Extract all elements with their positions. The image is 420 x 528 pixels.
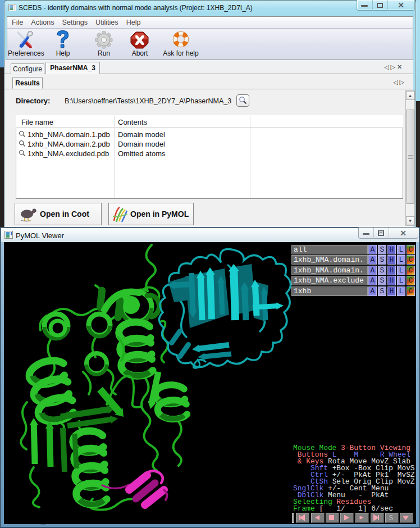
svg-text:S: S — [389, 514, 394, 522]
